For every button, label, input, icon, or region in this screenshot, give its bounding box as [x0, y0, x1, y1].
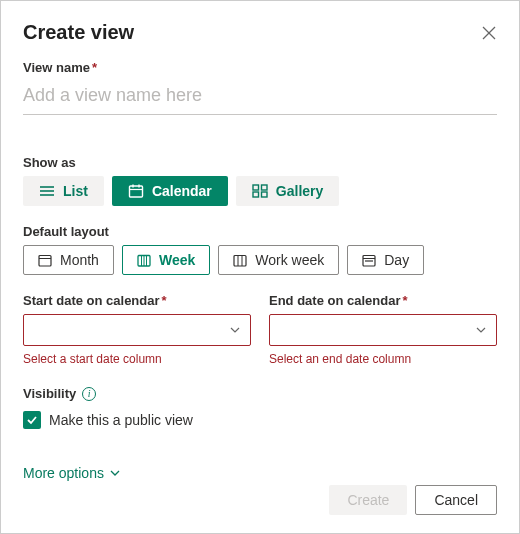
month-icon: [38, 254, 52, 267]
layout-week[interactable]: Week: [122, 245, 210, 275]
chevron-down-icon: [476, 327, 486, 333]
dialog-header: Create view: [23, 21, 497, 44]
start-date-label: Start date on calendar*: [23, 293, 251, 308]
workweek-icon: [233, 254, 247, 267]
svg-rect-24: [365, 260, 373, 262]
create-view-dialog: Create view View name* Show as List: [0, 0, 520, 534]
svg-rect-19: [234, 255, 246, 266]
layout-day[interactable]: Day: [347, 245, 424, 275]
list-icon: [39, 184, 55, 198]
show-as-options: List Calendar Gallery: [23, 176, 497, 206]
visibility-section: Visibility i Make this a public view: [23, 386, 497, 429]
layout-options: Month Week Work week: [23, 245, 497, 275]
date-fields-row: Start date on calendar* Select a start d…: [23, 293, 497, 366]
svg-rect-12: [261, 192, 267, 197]
show-as-gallery[interactable]: Gallery: [236, 176, 339, 206]
start-date-section: Start date on calendar* Select a start d…: [23, 293, 251, 366]
more-options-toggle[interactable]: More options: [23, 465, 120, 481]
close-button[interactable]: [481, 25, 497, 41]
cancel-button[interactable]: Cancel: [415, 485, 497, 515]
end-date-label: End date on calendar*: [269, 293, 497, 308]
svg-rect-11: [253, 192, 259, 197]
end-date-dropdown[interactable]: [269, 314, 497, 346]
close-icon: [481, 25, 497, 41]
day-icon: [362, 254, 376, 267]
end-date-section: End date on calendar* Select an end date…: [269, 293, 497, 366]
calendar-icon: [128, 184, 144, 198]
layout-workweek[interactable]: Work week: [218, 245, 339, 275]
dialog-title: Create view: [23, 21, 134, 44]
default-layout-label: Default layout: [23, 224, 497, 239]
view-name-section: View name*: [23, 60, 497, 137]
svg-rect-10: [261, 185, 267, 190]
show-as-label: Show as: [23, 155, 497, 170]
check-icon: [26, 415, 38, 425]
svg-rect-13: [39, 255, 51, 266]
end-date-error: Select an end date column: [269, 352, 497, 366]
svg-rect-9: [253, 185, 259, 190]
info-icon[interactable]: i: [82, 387, 96, 401]
chevron-down-icon: [230, 327, 240, 333]
visibility-header: Visibility i: [23, 386, 497, 401]
required-mark: *: [92, 60, 97, 75]
create-button[interactable]: Create: [329, 485, 407, 515]
default-layout-section: Default layout Month Week: [23, 224, 497, 275]
public-view-row: Make this a public view: [23, 411, 497, 429]
show-as-calendar[interactable]: Calendar: [112, 176, 228, 206]
week-icon: [137, 254, 151, 267]
public-view-label: Make this a public view: [49, 412, 193, 428]
chevron-down-icon: [110, 470, 120, 476]
show-as-list[interactable]: List: [23, 176, 104, 206]
view-name-label: View name*: [23, 60, 497, 75]
visibility-label: Visibility: [23, 386, 76, 401]
start-date-error: Select a start date column: [23, 352, 251, 366]
dialog-footer: Create Cancel: [329, 485, 497, 515]
layout-month[interactable]: Month: [23, 245, 114, 275]
start-date-dropdown[interactable]: [23, 314, 251, 346]
gallery-icon: [252, 184, 268, 198]
public-view-checkbox[interactable]: [23, 411, 41, 429]
svg-rect-5: [129, 186, 142, 197]
show-as-section: Show as List Calendar: [23, 155, 497, 206]
view-name-input[interactable]: [23, 81, 497, 115]
